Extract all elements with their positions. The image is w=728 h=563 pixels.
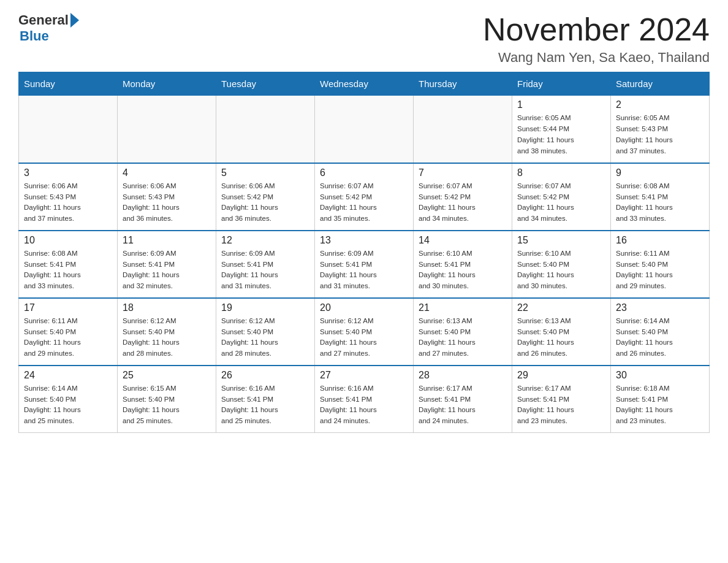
week-row-5: 24Sunrise: 6:14 AM Sunset: 5:40 PM Dayli…	[19, 366, 710, 433]
calendar-cell: 2Sunrise: 6:05 AM Sunset: 5:43 PM Daylig…	[611, 96, 710, 163]
calendar-cell: 20Sunrise: 6:12 AM Sunset: 5:40 PM Dayli…	[315, 298, 414, 366]
day-number: 11	[123, 235, 211, 246]
calendar-cell: 14Sunrise: 6:10 AM Sunset: 5:41 PM Dayli…	[414, 231, 512, 298]
sun-info: Sunrise: 6:09 AM Sunset: 5:41 PM Dayligh…	[123, 248, 211, 292]
day-number: 30	[616, 370, 704, 381]
day-number: 26	[221, 370, 309, 381]
calendar-cell: 3Sunrise: 6:06 AM Sunset: 5:43 PM Daylig…	[19, 163, 118, 231]
day-number: 23	[616, 302, 704, 313]
calendar-cell: 13Sunrise: 6:09 AM Sunset: 5:41 PM Dayli…	[315, 231, 414, 298]
day-number: 9	[616, 167, 704, 178]
sun-info: Sunrise: 6:06 AM Sunset: 5:43 PM Dayligh…	[123, 181, 211, 224]
calendar-cell	[414, 96, 512, 163]
day-number: 8	[517, 167, 605, 178]
weekday-header-monday: Monday	[118, 72, 216, 96]
calendar-cell	[118, 96, 216, 163]
week-row-3: 10Sunrise: 6:08 AM Sunset: 5:41 PM Dayli…	[19, 231, 710, 298]
sun-info: Sunrise: 6:08 AM Sunset: 5:41 PM Dayligh…	[24, 248, 112, 292]
sun-info: Sunrise: 6:07 AM Sunset: 5:42 PM Dayligh…	[320, 181, 408, 224]
calendar-cell: 10Sunrise: 6:08 AM Sunset: 5:41 PM Dayli…	[19, 231, 118, 298]
sun-info: Sunrise: 6:18 AM Sunset: 5:41 PM Dayligh…	[616, 383, 704, 427]
calendar-cell: 17Sunrise: 6:11 AM Sunset: 5:40 PM Dayli…	[19, 298, 118, 366]
calendar-cell: 15Sunrise: 6:10 AM Sunset: 5:40 PM Dayli…	[512, 231, 611, 298]
sun-info: Sunrise: 6:17 AM Sunset: 5:41 PM Dayligh…	[419, 383, 507, 427]
sun-info: Sunrise: 6:10 AM Sunset: 5:41 PM Dayligh…	[419, 248, 507, 292]
sun-info: Sunrise: 6:14 AM Sunset: 5:40 PM Dayligh…	[24, 383, 112, 427]
calendar-cell: 28Sunrise: 6:17 AM Sunset: 5:41 PM Dayli…	[414, 366, 512, 433]
calendar-cell: 24Sunrise: 6:14 AM Sunset: 5:40 PM Dayli…	[19, 366, 118, 433]
title-block: November 2024 Wang Nam Yen, Sa Kaeo, Tha…	[483, 12, 710, 66]
day-number: 29	[517, 370, 605, 381]
sun-info: Sunrise: 6:06 AM Sunset: 5:42 PM Dayligh…	[221, 181, 309, 224]
sun-info: Sunrise: 6:12 AM Sunset: 5:40 PM Dayligh…	[221, 316, 309, 359]
day-number: 14	[419, 235, 507, 246]
calendar-cell: 4Sunrise: 6:06 AM Sunset: 5:43 PM Daylig…	[118, 163, 216, 231]
weekday-header-row: SundayMondayTuesdayWednesdayThursdayFrid…	[19, 72, 710, 96]
day-number: 19	[221, 302, 309, 313]
day-number: 17	[24, 302, 112, 313]
day-number: 20	[320, 302, 408, 313]
day-number: 7	[419, 167, 507, 178]
week-row-4: 17Sunrise: 6:11 AM Sunset: 5:40 PM Dayli…	[19, 298, 710, 366]
day-number: 27	[320, 370, 408, 381]
sun-info: Sunrise: 6:10 AM Sunset: 5:40 PM Dayligh…	[517, 248, 605, 292]
calendar-cell	[315, 96, 414, 163]
sun-info: Sunrise: 6:07 AM Sunset: 5:42 PM Dayligh…	[517, 181, 605, 224]
calendar-cell	[216, 96, 315, 163]
weekday-header-sunday: Sunday	[19, 72, 118, 96]
logo: General Blue	[18, 12, 79, 44]
calendar-cell: 19Sunrise: 6:12 AM Sunset: 5:40 PM Dayli…	[216, 298, 315, 366]
sun-info: Sunrise: 6:13 AM Sunset: 5:40 PM Dayligh…	[419, 316, 507, 359]
week-row-1: 1Sunrise: 6:05 AM Sunset: 5:44 PM Daylig…	[19, 96, 710, 163]
logo-general-text: General	[18, 12, 69, 28]
calendar-cell: 5Sunrise: 6:06 AM Sunset: 5:42 PM Daylig…	[216, 163, 315, 231]
day-number: 24	[24, 370, 112, 381]
calendar-cell: 6Sunrise: 6:07 AM Sunset: 5:42 PM Daylig…	[315, 163, 414, 231]
month-title: November 2024	[483, 12, 710, 47]
weekday-header-tuesday: Tuesday	[216, 72, 315, 96]
calendar-cell: 25Sunrise: 6:15 AM Sunset: 5:40 PM Dayli…	[118, 366, 216, 433]
calendar-cell: 16Sunrise: 6:11 AM Sunset: 5:40 PM Dayli…	[611, 231, 710, 298]
calendar-cell: 11Sunrise: 6:09 AM Sunset: 5:41 PM Dayli…	[118, 231, 216, 298]
day-number: 21	[419, 302, 507, 313]
calendar-cell: 30Sunrise: 6:18 AM Sunset: 5:41 PM Dayli…	[611, 366, 710, 433]
day-number: 13	[320, 235, 408, 246]
calendar-cell: 18Sunrise: 6:12 AM Sunset: 5:40 PM Dayli…	[118, 298, 216, 366]
calendar-cell: 7Sunrise: 6:07 AM Sunset: 5:42 PM Daylig…	[414, 163, 512, 231]
calendar-cell: 27Sunrise: 6:16 AM Sunset: 5:41 PM Dayli…	[315, 366, 414, 433]
calendar-cell: 9Sunrise: 6:08 AM Sunset: 5:41 PM Daylig…	[611, 163, 710, 231]
sun-info: Sunrise: 6:09 AM Sunset: 5:41 PM Dayligh…	[320, 248, 408, 292]
weekday-header-thursday: Thursday	[414, 72, 512, 96]
calendar-cell: 23Sunrise: 6:14 AM Sunset: 5:40 PM Dayli…	[611, 298, 710, 366]
location-text: Wang Nam Yen, Sa Kaeo, Thailand	[483, 50, 710, 66]
day-number: 4	[123, 167, 211, 178]
logo-blue-text: Blue	[20, 28, 49, 44]
sun-info: Sunrise: 6:05 AM Sunset: 5:44 PM Dayligh…	[517, 113, 605, 156]
calendar-cell: 29Sunrise: 6:17 AM Sunset: 5:41 PM Dayli…	[512, 366, 611, 433]
sun-info: Sunrise: 6:16 AM Sunset: 5:41 PM Dayligh…	[221, 383, 309, 427]
day-number: 18	[123, 302, 211, 313]
day-number: 2	[616, 99, 704, 110]
sun-info: Sunrise: 6:05 AM Sunset: 5:43 PM Dayligh…	[616, 113, 704, 156]
sun-info: Sunrise: 6:07 AM Sunset: 5:42 PM Dayligh…	[419, 181, 507, 224]
sun-info: Sunrise: 6:06 AM Sunset: 5:43 PM Dayligh…	[24, 181, 112, 224]
calendar-cell: 22Sunrise: 6:13 AM Sunset: 5:40 PM Dayli…	[512, 298, 611, 366]
day-number: 1	[517, 99, 605, 110]
day-number: 28	[419, 370, 507, 381]
calendar-table: SundayMondayTuesdayWednesdayThursdayFrid…	[18, 72, 710, 433]
calendar-cell: 1Sunrise: 6:05 AM Sunset: 5:44 PM Daylig…	[512, 96, 611, 163]
sun-info: Sunrise: 6:14 AM Sunset: 5:40 PM Dayligh…	[616, 316, 704, 359]
sun-info: Sunrise: 6:12 AM Sunset: 5:40 PM Dayligh…	[320, 316, 408, 359]
sun-info: Sunrise: 6:13 AM Sunset: 5:40 PM Dayligh…	[517, 316, 605, 359]
calendar-cell: 12Sunrise: 6:09 AM Sunset: 5:41 PM Dayli…	[216, 231, 315, 298]
calendar-cell	[19, 96, 118, 163]
day-number: 6	[320, 167, 408, 178]
day-number: 22	[517, 302, 605, 313]
day-number: 5	[221, 167, 309, 178]
weekday-header-wednesday: Wednesday	[315, 72, 414, 96]
day-number: 25	[123, 370, 211, 381]
day-number: 10	[24, 235, 112, 246]
weekday-header-friday: Friday	[512, 72, 611, 96]
calendar-cell: 26Sunrise: 6:16 AM Sunset: 5:41 PM Dayli…	[216, 366, 315, 433]
sun-info: Sunrise: 6:08 AM Sunset: 5:41 PM Dayligh…	[616, 181, 704, 224]
